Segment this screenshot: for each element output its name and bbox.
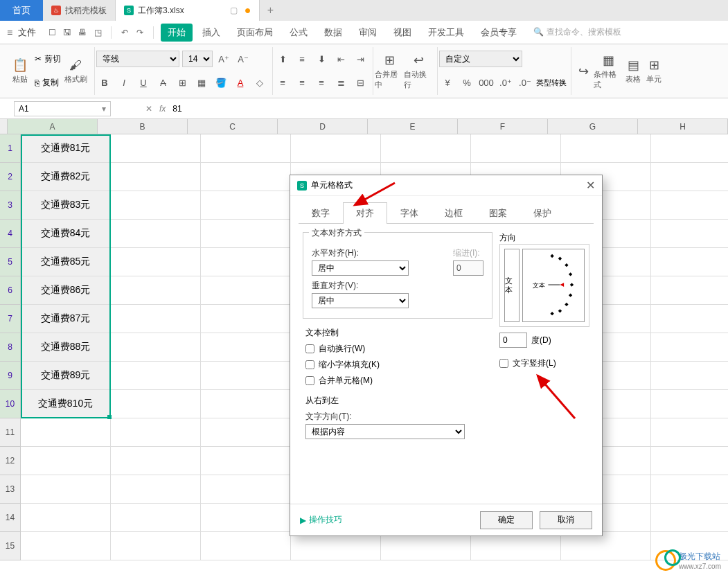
strike-icon[interactable]: A̶	[154, 75, 171, 91]
decrease-font-icon[interactable]: A⁻	[235, 51, 251, 67]
cell[interactable]	[651, 163, 728, 191]
row-header[interactable]: 9	[0, 362, 21, 390]
cell[interactable]: 交通费88元	[21, 333, 111, 362]
vertical-text-checkbox[interactable]	[499, 359, 508, 368]
v-align-select[interactable]: 居中	[312, 293, 409, 308]
cell[interactable]	[201, 447, 291, 475]
cell[interactable]	[651, 362, 728, 390]
cell[interactable]	[201, 191, 291, 220]
preview-icon[interactable]: ◳	[91, 26, 104, 39]
tab-actions-icon[interactable]: ▢	[230, 6, 238, 15]
cell-style-icon[interactable]: ▦	[193, 75, 210, 91]
percent-icon[interactable]: %	[459, 75, 475, 91]
autofilter-button[interactable]: ↪	[573, 47, 594, 95]
indent-spinner[interactable]	[453, 260, 483, 276]
merge-checkbox[interactable]	[305, 376, 314, 385]
dialog-tab-font[interactable]: 字体	[387, 202, 432, 224]
cell[interactable]	[21, 504, 111, 532]
format-painter-button[interactable]: 🖌格式刷	[61, 47, 90, 95]
row-header[interactable]: 1	[0, 134, 21, 163]
tab-home[interactable]: 首页	[0, 0, 43, 21]
col-header[interactable]: B	[98, 119, 188, 134]
cell[interactable]	[561, 532, 651, 560]
row-header[interactable]: 10	[0, 390, 21, 418]
cell[interactable]	[21, 475, 111, 504]
tab-add[interactable]: +	[260, 0, 281, 21]
menu-dev[interactable]: 开发工具	[421, 24, 471, 42]
align-center-icon[interactable]: ≡	[294, 75, 310, 91]
cell[interactable]	[111, 362, 201, 390]
row-header[interactable]: 11	[0, 418, 21, 447]
cell[interactable]: 交通费83元	[21, 191, 111, 220]
row-header[interactable]: 2	[0, 163, 21, 191]
tab-workbook[interactable]: S 工作簿3.xlsx ▢ ●	[116, 0, 260, 21]
cell[interactable]	[21, 532, 111, 560]
select-all-corner[interactable]	[0, 119, 8, 134]
cancel-button[interactable]: 取消	[540, 511, 592, 529]
undo-icon[interactable]: ↶	[118, 26, 131, 39]
cell[interactable]	[651, 191, 728, 220]
cell[interactable]: 交通费86元	[21, 276, 111, 305]
dialog-tab-pattern[interactable]: 图案	[476, 202, 520, 224]
cell[interactable]	[111, 305, 201, 333]
menu-layout[interactable]: 页面布局	[230, 24, 280, 42]
cell[interactable]	[651, 333, 728, 362]
row-header[interactable]: 6	[0, 276, 21, 305]
cell[interactable]	[381, 134, 471, 163]
cell[interactable]	[651, 220, 728, 248]
cell[interactable]	[111, 504, 201, 532]
cell[interactable]	[201, 504, 291, 532]
font-size-select[interactable]: 14	[182, 51, 213, 67]
cell[interactable]	[201, 276, 291, 305]
name-box[interactable]: A1 ▾	[14, 101, 111, 116]
fx-icon[interactable]: fx	[159, 104, 166, 114]
row-header[interactable]: 12	[0, 447, 21, 475]
cell[interactable]	[381, 532, 471, 560]
row-header[interactable]: 5	[0, 248, 21, 276]
distribute-icon[interactable]: ⊟	[352, 75, 369, 91]
menu-data[interactable]: 数据	[317, 24, 349, 42]
print-icon[interactable]: 🖶	[76, 26, 89, 39]
align-middle-icon[interactable]: ≡	[294, 51, 310, 67]
bold-icon[interactable]: B	[96, 75, 113, 91]
dec-dec-icon[interactable]: .0⁻	[517, 75, 533, 91]
row-header[interactable]: 14	[0, 504, 21, 532]
cell[interactable]	[651, 390, 728, 418]
close-icon[interactable]: ✕	[586, 179, 595, 192]
col-header[interactable]: D	[278, 119, 368, 134]
cell[interactable]: 交通费87元	[21, 305, 111, 333]
dialog-titlebar[interactable]: S 单元格格式 ✕	[290, 175, 602, 196]
cell[interactable]	[201, 532, 291, 560]
cell[interactable]	[201, 134, 291, 163]
cell[interactable]	[651, 418, 728, 447]
hamburger-icon[interactable]: ≡	[7, 27, 12, 38]
cell[interactable]: 交通费810元	[21, 390, 111, 418]
cond-format-button[interactable]: ▦条件格式	[594, 47, 623, 95]
cell[interactable]	[291, 532, 381, 560]
cancel-icon[interactable]: ✕	[145, 104, 152, 114]
row-header[interactable]: 15	[0, 532, 21, 560]
type-convert-button[interactable]: 类型转换	[536, 78, 567, 88]
menu-vip[interactable]: 会员专享	[474, 24, 524, 42]
search-input[interactable]: 🔍 查找命令、搜索模板	[533, 26, 621, 38]
save-icon[interactable]: ☐	[46, 26, 58, 39]
cell[interactable]	[201, 475, 291, 504]
cell[interactable]	[111, 163, 201, 191]
formula-input[interactable]	[172, 104, 588, 114]
menu-start[interactable]: 开始	[161, 24, 193, 42]
save-as-icon[interactable]: 🖫	[61, 26, 73, 39]
col-header[interactable]: F	[458, 119, 548, 134]
cell[interactable]	[201, 220, 291, 248]
cell[interactable]	[21, 447, 111, 475]
col-header[interactable]: C	[188, 119, 278, 134]
cell[interactable]	[111, 248, 201, 276]
dialog-tab-protect[interactable]: 保护	[520, 202, 565, 224]
row-header[interactable]: 8	[0, 333, 21, 362]
cell[interactable]: 交通费82元	[21, 163, 111, 191]
align-top-icon[interactable]: ⬆	[274, 51, 291, 67]
merge-cells-button[interactable]: ⊞合并居中	[375, 47, 404, 95]
ok-button[interactable]: 确定	[480, 511, 533, 529]
row-header[interactable]: 4	[0, 220, 21, 248]
wrap-checkbox[interactable]	[305, 344, 314, 353]
shrink-checkbox[interactable]	[305, 360, 314, 369]
